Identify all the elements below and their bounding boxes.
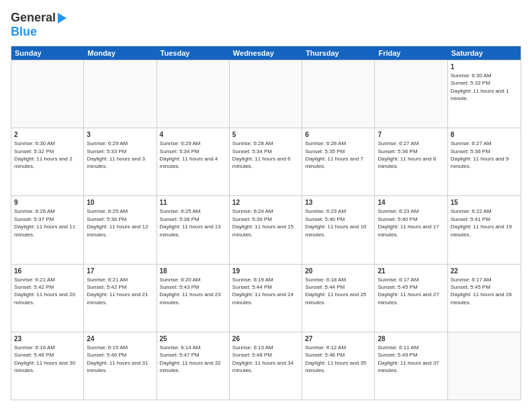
cal-cell: 27Sunrise: 6:12 AM Sunset: 5:48 PM Dayli… — [302, 332, 375, 400]
cal-cell — [157, 60, 230, 128]
cal-cell: 21Sunrise: 6:17 AM Sunset: 5:45 PM Dayli… — [375, 265, 447, 332]
cal-cell: 22Sunrise: 6:17 AM Sunset: 5:45 PM Dayli… — [448, 265, 521, 332]
cell-info: Sunrise: 6:17 AM Sunset: 5:45 PM Dayligh… — [378, 277, 439, 306]
day-number: 13 — [305, 198, 371, 207]
day-header-thursday: Thursday — [302, 46, 375, 60]
day-number: 9 — [14, 198, 81, 207]
cell-info: Sunrise: 6:28 AM Sunset: 5:35 PM Dayligh… — [305, 140, 363, 169]
cal-cell: 20Sunrise: 6:18 AM Sunset: 5:44 PM Dayli… — [302, 265, 375, 332]
cell-info: Sunrise: 6:27 AM Sunset: 5:36 PM Dayligh… — [451, 140, 509, 169]
cal-cell: 3Sunrise: 6:29 AM Sunset: 5:33 PM Daylig… — [84, 128, 157, 195]
day-number: 2 — [14, 130, 81, 139]
day-number: 15 — [451, 198, 518, 207]
cal-cell: 15Sunrise: 6:22 AM Sunset: 5:41 PM Dayli… — [448, 196, 521, 263]
cell-info: Sunrise: 6:26 AM Sunset: 5:37 PM Dayligh… — [14, 208, 75, 237]
day-number: 8 — [451, 130, 518, 139]
cell-info: Sunrise: 6:28 AM Sunset: 5:34 PM Dayligh… — [232, 140, 291, 169]
day-header-saturday: Saturday — [448, 46, 521, 60]
day-number: 14 — [378, 198, 444, 207]
cell-info: Sunrise: 6:17 AM Sunset: 5:45 PM Dayligh… — [451, 277, 512, 306]
cell-info: Sunrise: 6:21 AM Sunset: 5:42 PM Dayligh… — [87, 277, 148, 306]
cal-cell: 9Sunrise: 6:26 AM Sunset: 5:37 PM Daylig… — [11, 196, 84, 263]
day-number: 3 — [87, 130, 153, 139]
header: General Blue — [11, 11, 521, 39]
cell-info: Sunrise: 6:23 AM Sunset: 5:40 PM Dayligh… — [378, 208, 439, 237]
cell-info: Sunrise: 6:25 AM Sunset: 5:38 PM Dayligh… — [160, 208, 221, 237]
cell-info: Sunrise: 6:18 AM Sunset: 5:44 PM Dayligh… — [305, 277, 366, 306]
day-number: 20 — [305, 267, 371, 275]
cell-info: Sunrise: 6:30 AM Sunset: 5:32 PM Dayligh… — [451, 73, 509, 101]
cell-info: Sunrise: 6:29 AM Sunset: 5:34 PM Dayligh… — [160, 140, 218, 169]
cal-cell — [448, 332, 521, 400]
week-row-2: 9Sunrise: 6:26 AM Sunset: 5:37 PM Daylig… — [11, 195, 521, 263]
week-row-1: 2Sunrise: 6:30 AM Sunset: 5:32 PM Daylig… — [11, 128, 521, 195]
day-number: 12 — [232, 198, 299, 207]
calendar-header: SundayMondayTuesdayWednesdayThursdayFrid… — [11, 46, 521, 60]
calendar: SundayMondayTuesdayWednesdayThursdayFrid… — [11, 46, 521, 400]
cal-cell: 24Sunrise: 6:15 AM Sunset: 5:46 PM Dayli… — [84, 332, 157, 400]
cell-info: Sunrise: 6:25 AM Sunset: 5:38 PM Dayligh… — [87, 208, 148, 237]
day-number: 23 — [14, 334, 81, 343]
cal-cell: 6Sunrise: 6:28 AM Sunset: 5:35 PM Daylig… — [302, 128, 375, 195]
day-number: 6 — [305, 130, 371, 139]
page: General Blue SundayMondayTuesdayWednesda… — [0, 0, 532, 411]
day-header-friday: Friday — [375, 46, 447, 60]
cal-cell: 2Sunrise: 6:30 AM Sunset: 5:32 PM Daylig… — [11, 128, 84, 195]
cell-info: Sunrise: 6:29 AM Sunset: 5:33 PM Dayligh… — [87, 140, 145, 169]
cal-cell: 12Sunrise: 6:24 AM Sunset: 5:39 PM Dayli… — [230, 196, 302, 263]
cal-cell — [375, 60, 447, 128]
day-number: 7 — [378, 130, 444, 139]
cell-info: Sunrise: 6:20 AM Sunset: 5:43 PM Dayligh… — [160, 277, 221, 306]
week-row-3: 16Sunrise: 6:21 AM Sunset: 5:42 PM Dayli… — [11, 264, 521, 332]
calendar-body: 1Sunrise: 6:30 AM Sunset: 5:32 PM Daylig… — [11, 60, 521, 400]
cal-cell — [230, 60, 302, 128]
day-number: 22 — [451, 267, 518, 275]
cal-cell: 16Sunrise: 6:21 AM Sunset: 5:42 PM Dayli… — [11, 265, 84, 332]
week-row-4: 23Sunrise: 6:16 AM Sunset: 5:46 PM Dayli… — [11, 332, 521, 400]
cal-cell — [11, 60, 84, 128]
cell-info: Sunrise: 6:30 AM Sunset: 5:32 PM Dayligh… — [14, 140, 73, 169]
cal-cell: 13Sunrise: 6:23 AM Sunset: 5:40 PM Dayli… — [302, 196, 375, 263]
cell-info: Sunrise: 6:24 AM Sunset: 5:39 PM Dayligh… — [232, 208, 294, 237]
cell-info: Sunrise: 6:12 AM Sunset: 5:48 PM Dayligh… — [305, 345, 366, 373]
cell-info: Sunrise: 6:11 AM Sunset: 5:49 PM Dayligh… — [378, 345, 439, 373]
cal-cell: 17Sunrise: 6:21 AM Sunset: 5:42 PM Dayli… — [84, 265, 157, 332]
day-number: 27 — [305, 334, 371, 343]
cal-cell: 4Sunrise: 6:29 AM Sunset: 5:34 PM Daylig… — [157, 128, 230, 195]
cal-cell: 19Sunrise: 6:19 AM Sunset: 5:44 PM Dayli… — [230, 265, 302, 332]
cell-info: Sunrise: 6:22 AM Sunset: 5:41 PM Dayligh… — [451, 208, 512, 237]
cal-cell: 7Sunrise: 6:27 AM Sunset: 5:36 PM Daylig… — [375, 128, 447, 195]
day-number: 19 — [232, 267, 299, 275]
cal-cell: 14Sunrise: 6:23 AM Sunset: 5:40 PM Dayli… — [375, 196, 447, 263]
cal-cell: 10Sunrise: 6:25 AM Sunset: 5:38 PM Dayli… — [84, 196, 157, 263]
day-number: 5 — [232, 130, 299, 139]
cal-cell: 26Sunrise: 6:13 AM Sunset: 5:48 PM Dayli… — [230, 332, 302, 400]
logo-blue: Blue — [11, 25, 37, 39]
cal-cell: 5Sunrise: 6:28 AM Sunset: 5:34 PM Daylig… — [230, 128, 302, 195]
day-number: 10 — [87, 198, 153, 207]
day-number: 17 — [87, 267, 153, 275]
logo: General Blue — [11, 11, 66, 39]
cal-cell: 25Sunrise: 6:14 AM Sunset: 5:47 PM Dayli… — [157, 332, 230, 400]
cal-cell: 23Sunrise: 6:16 AM Sunset: 5:46 PM Dayli… — [11, 332, 84, 400]
day-header-sunday: Sunday — [11, 46, 84, 60]
day-number: 1 — [451, 62, 518, 71]
day-number: 24 — [87, 334, 153, 343]
cell-info: Sunrise: 6:23 AM Sunset: 5:40 PM Dayligh… — [305, 208, 366, 237]
cal-cell — [302, 60, 375, 128]
cal-cell: 18Sunrise: 6:20 AM Sunset: 5:43 PM Dayli… — [157, 265, 230, 332]
day-number: 21 — [378, 267, 444, 275]
cell-info: Sunrise: 6:13 AM Sunset: 5:48 PM Dayligh… — [232, 345, 294, 373]
cell-info: Sunrise: 6:27 AM Sunset: 5:36 PM Dayligh… — [378, 140, 436, 169]
logo-general: General — [11, 11, 56, 25]
cell-info: Sunrise: 6:16 AM Sunset: 5:46 PM Dayligh… — [14, 345, 75, 373]
day-header-tuesday: Tuesday — [157, 46, 230, 60]
cal-cell: 1Sunrise: 6:30 AM Sunset: 5:32 PM Daylig… — [448, 60, 521, 128]
cell-info: Sunrise: 6:19 AM Sunset: 5:44 PM Dayligh… — [232, 277, 294, 306]
cell-info: Sunrise: 6:14 AM Sunset: 5:47 PM Dayligh… — [160, 345, 221, 373]
day-number: 25 — [160, 334, 226, 343]
day-header-monday: Monday — [84, 46, 157, 60]
day-number: 16 — [14, 267, 81, 275]
day-number: 11 — [160, 198, 226, 207]
cal-cell: 28Sunrise: 6:11 AM Sunset: 5:49 PM Dayli… — [375, 332, 447, 400]
